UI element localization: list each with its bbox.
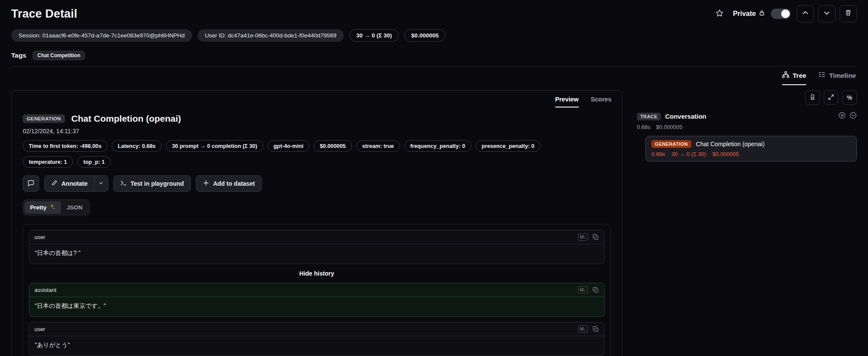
tab-preview[interactable]: Preview (555, 96, 579, 107)
message-header-icons: M↓ (578, 325, 599, 333)
previous-trace-button[interactable] (797, 5, 814, 22)
privacy-label: Private (733, 10, 756, 18)
generation-type-badge: GENERATION (23, 114, 65, 123)
expand-all-icon[interactable] (838, 112, 846, 121)
expand-arrows-icon (828, 94, 834, 102)
trace-title: Conversation (665, 113, 706, 120)
percent-icon: % (847, 94, 852, 101)
token-usage-badge: 30 → 0 (Σ 30) (349, 29, 399, 42)
trace-node[interactable]: TRACE Conversation (637, 112, 857, 121)
copy-icon[interactable] (593, 326, 599, 332)
pill-latency: Latency: 0.68s (112, 140, 162, 152)
message-role: user (34, 234, 45, 240)
trace-latency: 0.68s (637, 124, 651, 130)
generation-metrics: 0.68s 30 → 0 (Σ 30) $0.000005 (651, 151, 851, 157)
cost-badge: $0.000005 (404, 29, 446, 42)
copy-icon[interactable] (593, 234, 599, 240)
copy-icon[interactable] (593, 287, 599, 293)
delete-trace-button[interactable] (840, 5, 857, 22)
generation-node-header: GENERATION Chat Completion (openai) (651, 140, 851, 148)
message-user-1: user M↓ "日本の首都は? " (29, 230, 605, 264)
dropdown-chevron-icon (98, 180, 104, 187)
pill-cost: $0.000005 (314, 140, 352, 152)
collapse-all-icon[interactable] (850, 112, 857, 121)
scores-toggle-button[interactable] (805, 90, 820, 105)
annotate-pen-icon (51, 180, 58, 187)
message-header-icons: M↓ (578, 233, 599, 241)
session-badge[interactable]: Session: 01aaacf6-e0fe-457d-a7de-7c1ee08… (11, 29, 192, 42)
star-icon (715, 9, 724, 19)
tags-label: Tags (11, 52, 26, 59)
message-assistant: assistant M↓ "日本の首都は東京です。" (29, 283, 605, 317)
format-tab-json[interactable]: JSON (61, 201, 88, 214)
tree-toolbar: % (637, 90, 857, 105)
message-content: "日本の首都は東京です。" (29, 297, 604, 316)
observation-tab-bar: Preview Scores (12, 91, 622, 107)
add-to-dataset-button[interactable]: Add to dataset (196, 175, 262, 192)
format-tab-pretty[interactable]: Pretty (24, 201, 61, 214)
tags-row: Tags Chat Competition (11, 51, 857, 60)
generation-node[interactable]: GENERATION Chat Completion (openai) 0.68… (645, 136, 857, 162)
observation-title: Chat Completion (openai) (71, 114, 181, 124)
pill-frequency-penalty: frequency_penalty: 0 (404, 140, 471, 152)
generation-latency: 0.68s (651, 151, 665, 157)
observation-body: GENERATION Chat Completion (openai) 02/1… (12, 107, 622, 356)
trace-detail-page: Trace Detail Private (0, 0, 868, 356)
observation-timestamp: 02/12/2024, 14:11:37 (23, 128, 611, 135)
trace-node-actions (838, 112, 857, 121)
metrics-toggle-button[interactable]: % (842, 90, 857, 105)
top-actions: Private (712, 5, 857, 22)
award-icon (809, 94, 816, 102)
markdown-toggle-icon[interactable]: M↓ (578, 325, 588, 333)
pill-model: gpt-4o-mini (268, 140, 310, 152)
sparkles-icon (49, 204, 55, 211)
generation-cost: $0.000005 (712, 151, 739, 157)
tag-chat-competition[interactable]: Chat Competition (33, 51, 85, 60)
view-tab-bar: Tree Timeline (11, 67, 857, 85)
message-header-icons: M↓ (578, 286, 599, 294)
tab-timeline[interactable]: Timeline (818, 71, 856, 85)
hide-history-toggle[interactable]: Hide history (29, 269, 605, 278)
annotate-button[interactable]: Annotate (45, 176, 94, 191)
annotate-label: Annotate (61, 180, 88, 187)
generation-title: Chat Completion (openai) (696, 141, 765, 147)
annotate-dropdown-button[interactable] (94, 176, 108, 191)
message-header: assistant M↓ (29, 283, 604, 297)
message-header: user M↓ (29, 322, 604, 336)
markdown-toggle-icon[interactable]: M↓ (578, 233, 588, 241)
top-bar: Trace Detail Private (11, 0, 857, 22)
add-to-dataset-label: Add to dataset (213, 180, 255, 187)
user-id-badge[interactable]: User ID: dc47a41e-06bc-400d-bde1-f0e440d… (198, 29, 344, 42)
pill-top-p: top_p: 1 (77, 156, 111, 168)
format-toggle: Pretty JSON (23, 199, 90, 215)
pretty-label: Pretty (30, 204, 46, 211)
tab-tree[interactable]: Tree (782, 71, 807, 85)
tab-timeline-label: Timeline (829, 72, 856, 80)
tab-scores[interactable]: Scores (591, 96, 611, 107)
parameter-pills: Time to first token: -498.00s Latency: 0… (23, 140, 573, 168)
chevron-up-icon (802, 9, 809, 18)
trace-node-label: TRACE Conversation (637, 113, 706, 120)
annotate-split-button: Annotate (44, 175, 108, 192)
expand-collapse-button[interactable] (824, 90, 838, 105)
favorite-star-button[interactable] (712, 5, 727, 22)
message-content: "日本の首都は? " (29, 244, 604, 264)
trace-metrics: 0.68s $0.000005 (637, 124, 857, 130)
message-header: user M↓ (29, 230, 604, 244)
next-trace-button[interactable] (818, 5, 835, 22)
tree-icon (782, 71, 789, 80)
meta-badge-row: Session: 01aaacf6-e0fe-457d-a7de-7c1ee08… (11, 29, 857, 42)
terminal-icon (120, 180, 127, 187)
test-in-playground-label: Test in playground (131, 180, 184, 187)
timeline-icon (818, 71, 825, 80)
trace-nav-buttons (797, 5, 857, 22)
action-row: Annotate (23, 175, 611, 192)
trace-cost: $0.000005 (656, 124, 682, 130)
test-in-playground-button[interactable]: Test in playground (113, 175, 191, 192)
markdown-toggle-icon[interactable]: M↓ (578, 286, 588, 294)
chevron-down-icon (823, 9, 830, 18)
pill-temperature: temperature: 1 (23, 156, 73, 168)
comment-button[interactable] (23, 175, 39, 192)
privacy-toggle[interactable] (771, 9, 791, 19)
toggle-knob (781, 9, 790, 18)
